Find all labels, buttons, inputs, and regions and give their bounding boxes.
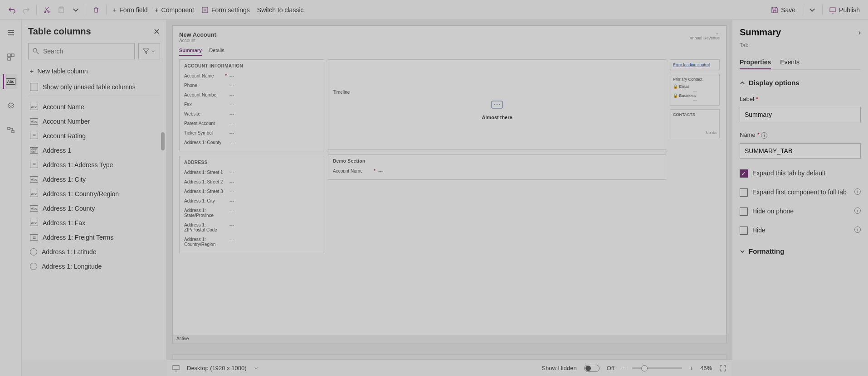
form-tab[interactable]: Summary bbox=[179, 48, 202, 56]
column-list[interactable]: AbcAccount NameAbcAccount Number☰Account… bbox=[28, 96, 160, 360]
expand-first-checkbox[interactable]: Expand first component to full tab i bbox=[740, 188, 861, 197]
form-field[interactable]: Parent Account--- bbox=[184, 119, 319, 128]
save-button[interactable]: Save bbox=[767, 5, 799, 15]
form-field[interactable]: Fax--- bbox=[184, 100, 319, 109]
display-options-header[interactable]: Display options bbox=[740, 79, 861, 87]
form-field[interactable]: Phone--- bbox=[184, 81, 319, 90]
left-nav-rail: Abc bbox=[0, 20, 22, 376]
table-columns-rail-button[interactable]: Abc bbox=[3, 74, 17, 89]
zoom-slider[interactable] bbox=[632, 367, 682, 369]
checkbox-checked-icon: ✓ bbox=[740, 169, 748, 178]
hide-on-phone-checkbox[interactable]: Hide on phone i bbox=[740, 207, 861, 216]
new-table-column-button[interactable]: +New table column bbox=[28, 64, 160, 78]
name-input[interactable] bbox=[740, 143, 861, 159]
column-item[interactable]: AbcAccount Number bbox=[28, 114, 160, 129]
primary-contact-card[interactable]: Primary Contact 🔒 Email --- 🔒 Business -… bbox=[670, 74, 720, 106]
props-tab[interactable]: Properties bbox=[740, 56, 771, 69]
timeline-section[interactable]: Timeline Almost there bbox=[328, 59, 666, 150]
undo-button[interactable] bbox=[5, 5, 19, 15]
form-field[interactable]: Address 1: State/Province--- bbox=[184, 206, 319, 220]
zoom-out-button[interactable]: − bbox=[622, 365, 625, 371]
show-unused-checkbox-row[interactable]: Show only unused table columns bbox=[28, 78, 160, 96]
info-icon[interactable]: i bbox=[761, 132, 767, 139]
form-field[interactable]: Address 1: Street 3--- bbox=[184, 187, 319, 196]
account-information-section[interactable]: ACCOUNT INFORMATION Account Name*---Phon… bbox=[179, 59, 324, 151]
column-item[interactable]: Address 1: Latitude bbox=[28, 245, 160, 259]
form-field[interactable]: Website--- bbox=[184, 109, 319, 119]
info-icon[interactable]: i bbox=[854, 207, 861, 214]
svg-rect-9 bbox=[8, 58, 10, 60]
scrollbar-thumb[interactable] bbox=[161, 132, 165, 150]
error-loading-link[interactable]: Error loading control bbox=[673, 63, 710, 67]
expand-default-checkbox[interactable]: ✓ Expand this tab by default bbox=[740, 169, 861, 178]
props-title: Summary bbox=[740, 27, 781, 38]
column-item[interactable]: AbcAddress 1: Fax bbox=[28, 216, 160, 230]
form-field[interactable]: Account Number--- bbox=[184, 90, 319, 100]
info-icon[interactable]: i bbox=[854, 227, 861, 233]
chevron-right-icon[interactable]: › bbox=[858, 29, 861, 37]
address-section[interactable]: ADDRESS Address 1: Street 1---Address 1:… bbox=[179, 156, 324, 253]
chevron-down-icon[interactable] bbox=[254, 366, 258, 371]
label-field-label: Label* bbox=[740, 96, 861, 102]
label-input[interactable] bbox=[740, 107, 861, 122]
form-field[interactable]: Address 1: Street 2--- bbox=[184, 177, 319, 187]
hide-checkbox[interactable]: Hide i bbox=[740, 227, 861, 235]
form-canvas-area: New Account Account ⋯ Annual Revenue Sum… bbox=[167, 20, 732, 360]
column-item[interactable]: AbcAddress 1: City bbox=[28, 172, 160, 187]
show-hidden-toggle[interactable] bbox=[584, 365, 600, 372]
cut-button[interactable] bbox=[39, 5, 54, 15]
horizontal-scrollbar[interactable] bbox=[172, 354, 727, 360]
delete-button[interactable] bbox=[89, 5, 103, 15]
components-rail-button[interactable] bbox=[4, 50, 18, 64]
viewport-label[interactable]: Desktop (1920 x 1080) bbox=[187, 365, 247, 371]
svg-rect-2 bbox=[59, 8, 63, 13]
form-field[interactable]: Address 1: Country/Region--- bbox=[184, 235, 319, 249]
status-bar: Desktop (1920 x 1080) Show Hidden Off − … bbox=[167, 360, 732, 376]
layers-rail-button[interactable] bbox=[4, 99, 18, 113]
paste-dropdown[interactable] bbox=[68, 5, 83, 15]
column-item[interactable]: ☰Address 1: Address Type bbox=[28, 158, 160, 172]
checkbox-icon bbox=[740, 227, 748, 235]
column-item[interactable]: ☰Address 1: Freight Terms bbox=[28, 230, 160, 245]
properties-panel: Summary › Tab PropertiesEvents Display o… bbox=[732, 20, 868, 360]
contacts-card[interactable]: CONTACTS No da bbox=[670, 109, 720, 138]
fit-to-screen-icon[interactable] bbox=[719, 365, 727, 372]
save-dropdown[interactable] bbox=[805, 5, 819, 15]
close-icon[interactable]: ✕ bbox=[153, 27, 160, 37]
chevron-down-icon bbox=[151, 49, 156, 53]
search-input[interactable] bbox=[43, 48, 122, 55]
demo-section[interactable]: Demo Section Account Name * --- bbox=[328, 154, 666, 180]
info-icon[interactable]: i bbox=[854, 188, 861, 195]
column-item[interactable]: AbcdefAddress 1 bbox=[28, 143, 160, 158]
column-item[interactable]: ☰Account Rating bbox=[28, 129, 160, 143]
tree-rail-button[interactable] bbox=[4, 123, 18, 138]
add-component-button[interactable]: +Component bbox=[151, 5, 198, 15]
form-field[interactable]: Account Name*--- bbox=[184, 71, 319, 81]
column-item[interactable]: AbcAccount Name bbox=[28, 100, 160, 114]
redo-button[interactable] bbox=[19, 5, 34, 15]
column-item[interactable]: AbcAddress 1: Country/Region bbox=[28, 187, 160, 201]
timeline-placeholder-icon bbox=[491, 99, 503, 110]
publish-button[interactable]: Publish bbox=[825, 5, 863, 15]
hamburger-button[interactable] bbox=[4, 25, 18, 40]
add-form-field-button[interactable]: +Form field bbox=[109, 5, 151, 15]
form-canvas[interactable]: New Account Account ⋯ Annual Revenue Sum… bbox=[172, 25, 727, 343]
paste-button[interactable] bbox=[54, 5, 68, 15]
error-card[interactable]: Error loading control bbox=[670, 59, 720, 70]
column-item[interactable]: Address 1: Longitude bbox=[28, 259, 160, 274]
form-field[interactable]: Address 1: ZIP/Postal Code--- bbox=[184, 220, 319, 235]
form-tab[interactable]: Details bbox=[209, 48, 224, 56]
svg-point-16 bbox=[499, 104, 500, 105]
switch-to-classic-button[interactable]: Switch to classic bbox=[254, 5, 307, 15]
filter-button[interactable] bbox=[138, 43, 160, 59]
props-tab[interactable]: Events bbox=[780, 56, 800, 69]
form-field[interactable]: Ticker Symbol--- bbox=[184, 128, 319, 138]
search-input-wrapper[interactable] bbox=[28, 43, 135, 59]
form-field[interactable]: Address 1: County--- bbox=[184, 138, 319, 147]
form-field[interactable]: Address 1: Street 1--- bbox=[184, 168, 319, 177]
formatting-header[interactable]: Formatting bbox=[740, 247, 861, 255]
form-settings-button[interactable]: Form settings bbox=[198, 5, 254, 15]
column-item[interactable]: AbcAddress 1: County bbox=[28, 201, 160, 216]
form-field[interactable]: Address 1: City--- bbox=[184, 196, 319, 206]
zoom-in-button[interactable]: + bbox=[689, 365, 693, 371]
